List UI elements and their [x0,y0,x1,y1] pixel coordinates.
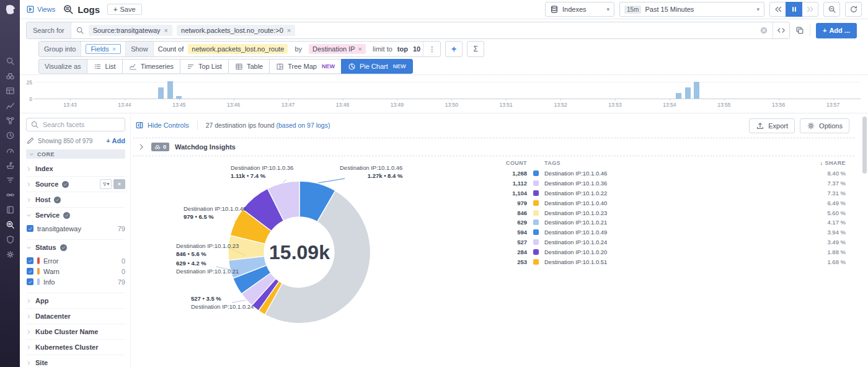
pipelines-icon[interactable] [5,175,15,185]
apm-icon[interactable] [5,115,15,125]
add-query-button[interactable]: + [445,41,463,57]
hide-controls-button[interactable]: Hide Controls [135,121,189,130]
search-icon[interactable] [5,56,15,66]
pie-slice[interactable] [259,281,282,315]
facet-source[interactable]: Source▾× [26,176,125,192]
log-volume-bar[interactable] [676,93,681,99]
logs-icon[interactable] [5,219,15,229]
share-column-header[interactable]: ↓ SHARE [802,160,846,166]
limit-direction[interactable]: top [395,45,410,53]
log-volume-bar[interactable] [167,81,173,99]
measure-token[interactable]: network.packets_lost.no_route [188,44,288,54]
notebooks-icon[interactable] [5,205,15,214]
table-row[interactable]: 979Destination IP:10.1.0.406.49 % [494,198,846,208]
facet-datacenter[interactable]: Datacenter [26,308,125,324]
dashboards-icon[interactable] [5,86,15,95]
more-options-icon[interactable]: ⋮ [423,42,440,56]
facet-index[interactable]: Index [26,161,125,176]
group-by-token[interactable]: Destination IP × [309,44,366,54]
pie-slice[interactable] [299,181,335,222]
viz-option-timeseries[interactable]: Timeseries [122,59,180,74]
table-row[interactable]: 846Destination IP:10.1.0.235.60 % [494,208,846,218]
checkbox-checked-icon[interactable] [27,278,33,285]
security-icon[interactable] [5,234,15,244]
watchdog-insights-bar[interactable]: 0 Watchdog Insights [133,138,854,156]
time-backward-button[interactable] [769,2,786,17]
metrics-icon[interactable] [5,100,15,110]
facet-value-row[interactable]: Warn0 [27,266,125,276]
zoom-out-button[interactable] [823,2,840,17]
pie-slice[interactable] [252,278,279,311]
viz-option-list[interactable]: List [87,59,123,74]
watchdog-icon[interactable] [5,71,15,81]
facet-kube-cluster-name[interactable]: Kube Cluster Name [26,324,125,339]
core-section-header[interactable]: CORE [26,149,125,159]
time-forward-button[interactable] [802,2,818,17]
clear-search-icon[interactable] [760,26,768,35]
log-volume-bar[interactable] [685,87,691,99]
pie-slice[interactable] [268,181,299,221]
facet-kubernetes-cluster[interactable]: Kubernetes Cluster [26,339,125,355]
settings-icon[interactable] [5,249,15,259]
refresh-button[interactable] [845,2,862,17]
facet-filter-button[interactable]: ▾ [100,179,112,189]
table-row[interactable]: 594Destination IP:10.1.0.493.94 % [494,228,846,237]
add-widget-button[interactable]: + Add ... [816,23,857,38]
log-volume-bar[interactable] [694,82,699,99]
remove-groupby-icon[interactable]: × [358,46,362,53]
remove-token-icon[interactable]: × [287,27,291,34]
indexes-select[interactable]: Indexes ▾ [545,2,614,17]
table-row[interactable]: 1,104Destination IP:10.1.0.227.31 % [494,188,846,198]
add-facet-button[interactable]: +Add [106,137,125,144]
table-row[interactable]: 253Destination IP:10.1.0.511.68 % [494,257,846,267]
checkbox-checked-icon[interactable] [27,257,33,264]
log-search-input[interactable]: Search for Source:transitgateway×network… [26,22,790,39]
viz-option-table[interactable]: Table [228,59,270,74]
copy-query-button[interactable] [795,26,804,35]
formula-button[interactable]: Σ [467,41,484,57]
containers-icon[interactable] [5,160,15,170]
search-facets-input[interactable]: Search facets [26,118,125,131]
vertical-scrollbar[interactable] [862,117,867,174]
log-volume-timeline[interactable]: 25013:4313:4413:4513:4613:4713:4813:4913… [20,74,868,113]
save-view-button[interactable]: + Save [107,4,142,15]
views-button[interactable]: Views [26,5,55,14]
monitors-icon[interactable] [5,130,15,140]
facet-status[interactable]: Status [26,239,125,255]
facet-value-row[interactable]: transitgateway79 [27,223,125,234]
search-filter-token[interactable]: Source:transitgateway× [89,25,172,36]
remove-token-icon[interactable]: × [164,27,168,34]
synthetics-icon[interactable] [5,145,15,155]
table-row[interactable]: 284Destination IP:10.1.0.201.88 % [494,247,846,257]
facet-value-row[interactable]: Error0 [27,255,125,266]
query-syntax-toggle[interactable] [773,22,789,38]
datadog-logo-icon[interactable] [3,3,17,17]
export-button[interactable]: Export [749,118,795,133]
remove-group-icon[interactable]: × [112,46,116,53]
checkbox-checked-icon[interactable] [27,225,33,232]
based-on-logs-link[interactable]: (based on 97 logs) [276,122,330,129]
log-volume-bar[interactable] [158,87,164,99]
table-row[interactable]: 1,268Destination IP:10.1.0.468.40 % [494,169,846,179]
table-row[interactable]: 527Destination IP:10.1.0.243.49 % [494,237,846,247]
checkbox-checked-icon[interactable] [27,268,33,275]
viz-option-pie-chart[interactable]: Pie ChartNEW [341,59,413,74]
count-of-label[interactable]: Count of [154,45,188,53]
facet-service[interactable]: Service [26,207,125,223]
facet-app[interactable]: App [26,293,125,308]
time-range-select[interactable]: 15m Past 15 Minutes ▾ [619,2,764,17]
limit-value[interactable]: 10 [410,45,423,53]
facet-remove-button[interactable]: × [113,179,125,189]
facet-value-row[interactable]: Info79 [27,276,125,287]
log-volume-bar[interactable] [176,96,182,99]
facet-site[interactable]: Site [26,355,125,367]
pie-slice[interactable] [242,188,283,231]
viz-option-top-list[interactable]: Top List [180,59,229,74]
viz-option-tree-map[interactable]: Tree MapNEW [269,59,342,74]
table-row[interactable]: 1,112Destination IP:10.1.0.367.37 % [494,179,846,188]
pencil-icon[interactable] [26,136,35,145]
table-row[interactable]: 629Destination IP:10.1.0.214.17 % [494,218,846,228]
search-filter-token[interactable]: network.packets_lost.no_route:>0× [177,25,295,36]
facet-host[interactable]: Host [26,192,125,207]
options-button[interactable]: Options [800,118,849,133]
